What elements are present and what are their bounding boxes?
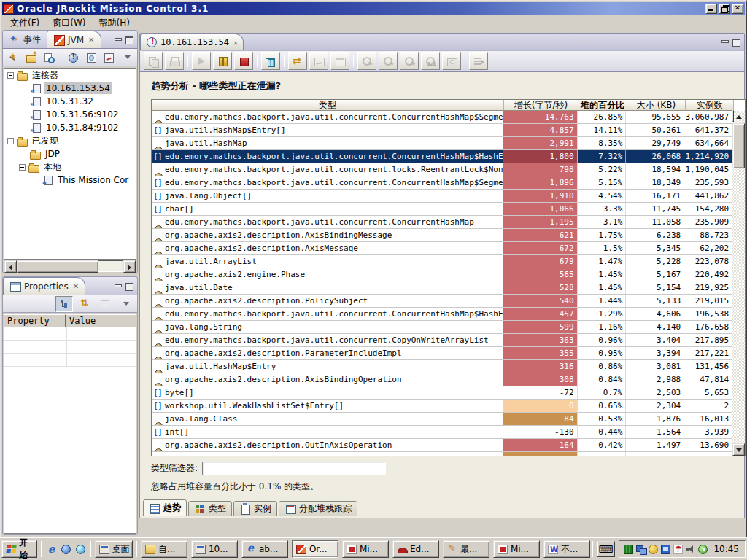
table-row[interactable]: edu.emory.mathcs.backport.java.util.conc… bbox=[152, 216, 732, 229]
table-row[interactable]: []java.lang.Object[]1,9104.54%16,171441,… bbox=[152, 190, 732, 203]
column-header[interactable]: 大小 (KB) bbox=[627, 100, 686, 111]
table-row[interactable]: []byte[]-720.7%2,5035,653 bbox=[152, 386, 732, 400]
minimize-editor-icon[interactable] bbox=[721, 39, 729, 46]
minimize-view-icon[interactable] bbox=[114, 283, 123, 290]
column-header[interactable]: 增长(字节/秒) bbox=[504, 100, 578, 111]
column-header-value[interactable]: Value bbox=[66, 314, 136, 327]
table-row[interactable]: []edu.emory.mathcs.backport.java.util.co… bbox=[152, 176, 732, 190]
tree-item[interactable]: JDP bbox=[4, 147, 136, 160]
new-folder-button[interactable] bbox=[23, 50, 38, 66]
new-connection-button[interactable] bbox=[6, 50, 20, 66]
tray-messenger-icon[interactable] bbox=[649, 545, 658, 554]
task-button[interactable]: Mi... bbox=[342, 540, 389, 558]
view-menu-button[interactable] bbox=[117, 296, 134, 312]
table-row[interactable]: edu.emory.mathcs.backport.java.util.conc… bbox=[152, 308, 732, 321]
task-button[interactable]: Ed... bbox=[392, 540, 439, 558]
bottom-tab-类型[interactable]: 类型 bbox=[188, 501, 232, 516]
start-console-button[interactable] bbox=[66, 50, 80, 66]
minimize-view-icon[interactable] bbox=[114, 36, 123, 44]
close-tab-icon[interactable]: ✕ bbox=[87, 36, 94, 44]
antivirus-icon[interactable] bbox=[673, 545, 683, 554]
table-row[interactable]: org.apache.axis2.description.OutInAxisOp… bbox=[152, 439, 732, 452]
volume-icon[interactable] bbox=[686, 545, 695, 554]
task-button[interactable]: Or... bbox=[292, 540, 338, 558]
tree-item[interactable]: 10.5.31.32 bbox=[4, 95, 136, 108]
table-row[interactable]: org.apache.axis2.description.AxisBinding… bbox=[152, 373, 732, 386]
tab-events[interactable]: 事件 bbox=[3, 31, 47, 48]
table-row[interactable]: java.util.HashMap2,9918.35%29,749634,664 bbox=[152, 137, 732, 150]
detach-view-button[interactable] bbox=[330, 52, 349, 70]
scrollbar-thumb[interactable] bbox=[732, 123, 745, 168]
tab-jvm[interactable]: JVM ✕ bbox=[47, 31, 101, 48]
task-button[interactable]: 10... bbox=[191, 540, 238, 558]
table-row[interactable]: org.apache.axis2.description.ParameterIn… bbox=[152, 347, 732, 360]
stack-traces-button[interactable] bbox=[469, 52, 488, 70]
tree-item[interactable]: This Mission Cor bbox=[4, 174, 136, 187]
column-header[interactable]: 类型 bbox=[152, 100, 504, 111]
screenshot-button[interactable] bbox=[442, 52, 461, 70]
task-button[interactable]: 最... bbox=[443, 540, 489, 558]
play-button[interactable] bbox=[192, 52, 211, 70]
table-row[interactable]: edu.emory.mathcs.backport.java.util.conc… bbox=[152, 334, 732, 347]
menu-item[interactable]: 帮助(H) bbox=[93, 15, 136, 31]
export-button[interactable] bbox=[144, 52, 163, 70]
column-header[interactable]: 堆的百分比 bbox=[578, 100, 627, 111]
title-bar[interactable]: Oracle JRockit Mission Control 3.1 bbox=[2, 2, 745, 15]
desktop-button[interactable]: 桌面 bbox=[95, 540, 133, 558]
scrollbar-thumb[interactable] bbox=[17, 260, 98, 273]
bottom-tab-趋势[interactable]: 趋势 bbox=[143, 499, 187, 516]
tab-properties[interactable]: Properties ✕ bbox=[3, 277, 85, 295]
scroll-up-button[interactable] bbox=[732, 110, 734, 122]
table-row[interactable]: []char[]1,0663.3%11,745154,280 bbox=[152, 203, 732, 216]
tree-item[interactable]: 本地 bbox=[4, 160, 136, 174]
table-row[interactable]: java.lang.String5991.16%4,140176,658 bbox=[152, 321, 732, 334]
close-button[interactable] bbox=[732, 4, 743, 14]
delete-button[interactable] bbox=[261, 52, 280, 70]
close-tab-icon[interactable]: ✕ bbox=[71, 282, 79, 290]
scroll-left-button[interactable] bbox=[4, 260, 17, 273]
bottom-tab-实例[interactable]: 实例 bbox=[233, 501, 277, 516]
tree-item[interactable]: 10.5.31.84:9102 bbox=[4, 121, 136, 134]
zoom-1-1-button[interactable]: 1:1 bbox=[421, 52, 440, 70]
table-row[interactable]: org.apache.axis2.description.AxisBinding… bbox=[152, 229, 732, 242]
discover-connection-button[interactable] bbox=[42, 50, 56, 66]
tree-item[interactable]: 10.161.153.54 bbox=[4, 82, 136, 95]
maximize-view-icon[interactable] bbox=[125, 36, 133, 44]
restore-button[interactable] bbox=[719, 4, 730, 14]
table-row[interactable]: []edu.emory.mathcs.backport.java.util.co… bbox=[152, 150, 732, 163]
table-row[interactable]: []int[]-1300.44%1,5643,939 bbox=[152, 426, 732, 439]
scroll-right-button[interactable] bbox=[123, 260, 136, 273]
task-button[interactable]: Mi... bbox=[493, 540, 540, 558]
network-icon[interactable] bbox=[636, 545, 646, 554]
ime-keyboard-button[interactable]: ⌨ bbox=[597, 541, 616, 557]
scroll-down-button[interactable] bbox=[732, 443, 745, 456]
quicklaunch-ie-icon[interactable]: e bbox=[45, 542, 58, 556]
start-jra-button[interactable] bbox=[84, 50, 98, 66]
task-button[interactable]: 不... bbox=[543, 540, 590, 558]
start-memleak-button[interactable] bbox=[101, 50, 116, 66]
table-row[interactable]: edu.emory.mathcs.backport.java.util.conc… bbox=[152, 111, 732, 124]
table-row[interactable]: org.apache.axis2.description.AxisMessage… bbox=[152, 242, 732, 255]
tree-item[interactable]: 10.5.31.56:9102 bbox=[4, 108, 136, 121]
table-row[interactable] bbox=[152, 452, 732, 456]
zoom-in-button[interactable]: + bbox=[357, 52, 376, 70]
tree-toggle-icon[interactable] bbox=[7, 72, 14, 79]
table-row[interactable]: java.util.ArrayList6791.47%5,228223,078 bbox=[152, 255, 732, 268]
table-row[interactable]: java.util.Date5281.45%5,154219,925 bbox=[152, 281, 732, 295]
toggle-chart-button[interactable] bbox=[309, 52, 328, 70]
tray-app-icon[interactable] bbox=[624, 545, 633, 554]
tree-item[interactable]: 连接器 bbox=[4, 69, 136, 82]
pause-button[interactable] bbox=[213, 52, 232, 70]
tree-item[interactable]: 已发现 bbox=[4, 134, 136, 147]
editor-tab[interactable]: 10.161.153.54 ✕ bbox=[140, 34, 244, 50]
start-button[interactable]: 开始 bbox=[1, 540, 37, 558]
view-menu-button[interactable] bbox=[120, 50, 134, 66]
column-header-property[interactable]: Property bbox=[4, 314, 66, 327]
task-button[interactable]: 自... bbox=[141, 540, 187, 558]
tree-toggle-icon[interactable] bbox=[7, 138, 14, 144]
maximize-view-icon[interactable] bbox=[125, 283, 133, 290]
type-filter-input[interactable] bbox=[202, 462, 386, 475]
refresh-button[interactable] bbox=[288, 52, 307, 70]
maximize-editor-icon[interactable] bbox=[732, 39, 740, 46]
zoom-selection-button[interactable]: ↔ bbox=[400, 52, 419, 70]
